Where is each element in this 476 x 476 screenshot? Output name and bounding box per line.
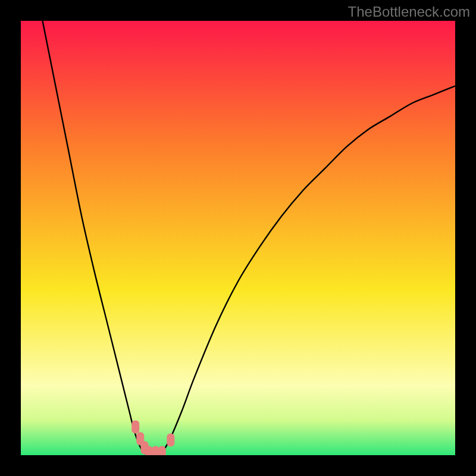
- bottleneck-chart: [21, 21, 455, 455]
- chart-frame: TheBottleneck.com: [0, 0, 476, 476]
- plot-area: [21, 21, 455, 455]
- watermark-text: TheBottleneck.com: [348, 4, 470, 20]
- highlight-dot: [131, 421, 139, 434]
- highlight-dot: [158, 446, 166, 455]
- highlight-dot: [167, 433, 174, 446]
